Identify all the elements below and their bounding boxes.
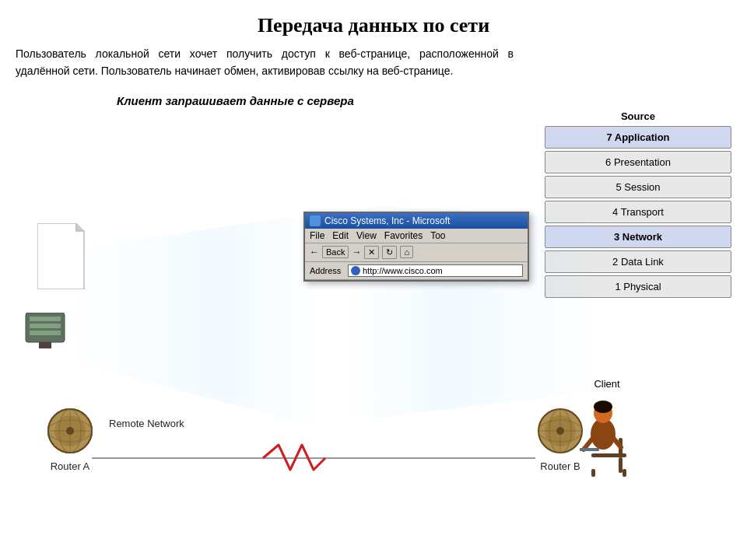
- back-button[interactable]: Back: [322, 246, 349, 258]
- client-figure: Client: [576, 378, 638, 480]
- router-connection-svg: [92, 439, 535, 478]
- diagram-area: Source 7 Application 6 Presentation 5 Se…: [0, 110, 747, 523]
- router-a: Router A: [47, 408, 93, 472]
- browser-icon: [310, 215, 321, 226]
- osi-layer-7: 7 Application: [545, 126, 731, 149]
- address-url: http://www.cisco.com: [363, 266, 443, 275]
- person-svg: [576, 391, 638, 477]
- browser-title: Cisco Systems, Inc - Microsoft: [324, 215, 450, 226]
- svg-point-16: [594, 401, 612, 413]
- home-button[interactable]: ⌂: [400, 246, 413, 258]
- subtitle-text: Клиент запрашивает данные с сервера: [117, 94, 747, 107]
- osi-stack: Source 7 Application 6 Presentation 5 Se…: [545, 110, 731, 300]
- address-label: Address: [310, 266, 345, 275]
- svg-line-17: [584, 438, 593, 450]
- svg-rect-7: [30, 331, 61, 335]
- svg-rect-13: [622, 469, 626, 477]
- browser-addressbar: Address http://www.cisco.com: [305, 262, 528, 280]
- svg-rect-6: [30, 324, 61, 328]
- svg-marker-3: [76, 223, 84, 231]
- address-icon: [351, 266, 360, 275]
- menu-tools[interactable]: Too: [430, 230, 445, 241]
- osi-layer-4: 4 Transport: [545, 201, 731, 223]
- document-icon: [37, 223, 92, 285]
- router-b-label: Router B: [537, 460, 584, 472]
- svg-rect-12: [591, 469, 595, 477]
- router-a-label: Router A: [47, 460, 93, 472]
- refresh-button[interactable]: ↻: [382, 246, 397, 259]
- osi-source-label: Source: [545, 110, 731, 122]
- menu-edit[interactable]: Edit: [332, 230, 349, 241]
- menu-file[interactable]: File: [310, 230, 324, 241]
- remote-network-label: Remote Network: [109, 418, 184, 429]
- menu-view[interactable]: View: [356, 230, 377, 241]
- osi-layer-5: 5 Session: [545, 176, 731, 198]
- router-b: Router B: [537, 408, 584, 472]
- description-text: Пользователь локальной сети хочет получи…: [0, 45, 529, 88]
- osi-layer-2: 2 Data Link: [545, 250, 731, 273]
- browser-menubar: File Edit View Favorites Too: [305, 229, 528, 243]
- page-title: Передача данных по сети: [0, 0, 747, 45]
- osi-layer-1: 1 Physical: [545, 275, 731, 298]
- osi-layer-3: 3 Network: [545, 226, 731, 248]
- browser-toolbar: ← Back → ✕ ↻ ⌂: [305, 243, 528, 262]
- back-arrow-icon: ←: [310, 247, 319, 257]
- svg-rect-5: [30, 317, 61, 321]
- svg-marker-2: [37, 223, 84, 289]
- browser-titlebar: Cisco Systems, Inc - Microsoft: [305, 213, 528, 229]
- stop-button[interactable]: ✕: [364, 246, 379, 259]
- svg-rect-8: [39, 342, 51, 348]
- svg-marker-0: [62, 212, 327, 429]
- svg-rect-11: [619, 457, 622, 473]
- server-icon: [22, 313, 68, 355]
- address-input[interactable]: http://www.cisco.com: [348, 264, 523, 277]
- forward-arrow-icon: →: [352, 247, 361, 257]
- menu-favorites[interactable]: Favorites: [384, 230, 423, 241]
- browser-window[interactable]: Cisco Systems, Inc - Microsoft File Edit…: [303, 212, 529, 282]
- client-label: Client: [576, 378, 638, 390]
- osi-layer-6: 6 Presentation: [545, 151, 731, 173]
